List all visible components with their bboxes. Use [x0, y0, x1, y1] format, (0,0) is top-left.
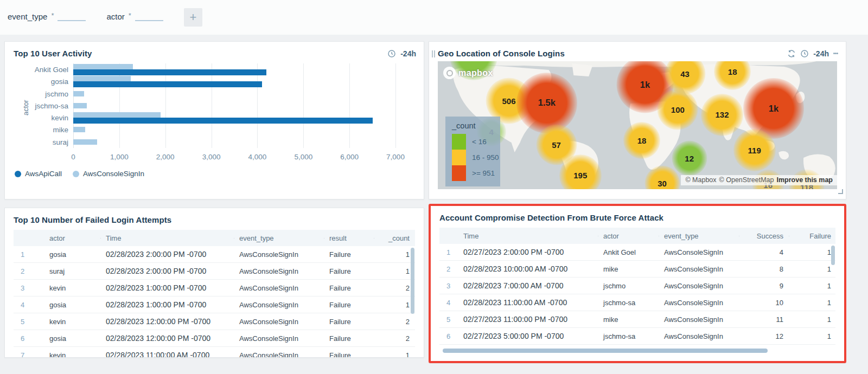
cell-result: Failure: [324, 301, 374, 309]
bar-awsconsolesignin[interactable]: [73, 64, 133, 69]
map-legend-item: 16 - 950: [452, 150, 494, 165]
required-asterisk: *: [129, 11, 131, 20]
cell-success: 9: [739, 282, 789, 290]
table-row[interactable]: 1gosia02/28/2023 2:00:00 PM -0700AwsCons…: [14, 246, 415, 263]
mapbox-logo-text: mapbox: [458, 68, 493, 78]
map-cluster-bubble[interactable]: 12: [672, 140, 707, 176]
column-header-result[interactable]: result: [324, 234, 374, 242]
map-cluster-bubble[interactable]: 100: [658, 89, 698, 130]
column-header-time[interactable]: Time: [458, 232, 598, 240]
brute-force-table: Time actor event_type Success Failure 10…: [439, 228, 835, 345]
bar-awsconsolesignin[interactable]: [73, 103, 87, 108]
clock-icon[interactable]: [387, 49, 396, 58]
column-header-event-type[interactable]: event_type: [659, 232, 739, 240]
filter-actor-input[interactable]: [135, 11, 163, 21]
legend-item[interactable]: AwsConsoleSignIn: [73, 170, 144, 178]
bar-awsapicall[interactable]: [73, 81, 262, 87]
geo-map[interactable]: mapbox _count < 1616 - 950>= 951 © Mapbo…: [438, 61, 837, 189]
improve-map-link[interactable]: Improve this map: [777, 176, 833, 184]
panel-controls: -24h: [387, 49, 416, 58]
map-attribution: © Mapbox © OpenStreetMap Improve this ma…: [681, 175, 837, 185]
cluster-count-label: 57: [552, 140, 561, 150]
vertical-scrollbar[interactable]: [411, 248, 414, 314]
legend-dot-icon: [15, 171, 21, 177]
horizontal-scrollbar[interactable]: [443, 349, 768, 353]
y-axis-title: actor: [22, 100, 30, 115]
cluster-count-label: 30: [658, 178, 667, 188]
clock-icon[interactable]: [800, 49, 809, 58]
column-header-event-type[interactable]: event_type: [234, 234, 324, 242]
cell-time: 02/27/2023 2:00:00 PM -0700: [458, 248, 598, 256]
table-row[interactable]: 302/28/2023 7:00:00 AM -0700jschmoAwsCon…: [439, 278, 835, 294]
row-number: 1: [14, 250, 44, 259]
map-legend: _count < 1616 - 950>= 951: [445, 117, 500, 186]
column-header-failure[interactable]: Failure: [789, 232, 837, 240]
time-range-label[interactable]: -24h: [813, 49, 829, 58]
table-row[interactable]: 102/27/2023 2:00:00 PM -0700Ankit GoelAw…: [439, 244, 835, 261]
table-row[interactable]: 2suraj02/28/2023 2:00:00 PM -0700AwsCons…: [14, 263, 415, 280]
cell-success: 11: [739, 315, 789, 324]
time-range-label[interactable]: -24h: [400, 49, 416, 58]
kebab-menu-icon[interactable]: [833, 51, 838, 55]
cell-event-type: AwsConsoleSignIn: [234, 334, 324, 343]
bar-awsapicall[interactable]: [73, 69, 266, 75]
column-header-time[interactable]: Time: [100, 234, 234, 242]
mapbox-logo[interactable]: mapbox: [443, 67, 493, 79]
x-axis-tick: 2,000: [156, 153, 175, 161]
column-header-count[interactable]: _count: [374, 234, 415, 242]
category-label: mike: [53, 126, 68, 134]
row-number: 5: [439, 315, 458, 324]
mapbox-attribution-link[interactable]: © Mapbox: [685, 176, 716, 184]
bar-group: gosia: [73, 75, 395, 87]
bar-awsconsolesignin[interactable]: [73, 91, 84, 96]
cluster-count-label: 1k: [769, 104, 778, 114]
cell-actor: Ankit Goel: [598, 248, 659, 256]
cell-failure: 1: [789, 282, 837, 290]
cell-actor: jschmo-sa: [598, 299, 659, 307]
column-header-actor[interactable]: actor: [598, 232, 659, 240]
add-filter-button[interactable]: +: [184, 8, 202, 27]
table-row[interactable]: 5kevin02/28/2023 12:00:00 PM -0700AwsCon…: [14, 313, 415, 330]
bar-awsconsolesignin[interactable]: [73, 139, 97, 145]
table-row[interactable]: 7kevin02/28/2023 11:00:00 AM -0700AwsCon…: [14, 347, 415, 358]
table-row[interactable]: 602/27/2023 5:00:00 PM -0700jschmo-saAws…: [439, 328, 835, 345]
map-cluster-bubble[interactable]: 1.5k: [516, 73, 577, 133]
cell-actor: gosia: [44, 334, 100, 343]
resize-handle-icon[interactable]: [838, 189, 843, 194]
category-label: jschmo: [45, 89, 68, 98]
table-row[interactable]: 6gosia02/28/2023 12:00:00 PM -0700AwsCon…: [14, 330, 415, 347]
bar-awsconsolesignin[interactable]: [73, 112, 161, 118]
refresh-icon[interactable]: [787, 49, 796, 58]
column-header-success[interactable]: Success: [739, 232, 789, 240]
cell-time: 02/27/2023 11:00:00 PM -0700: [458, 315, 598, 324]
bar-awsconsolesignin[interactable]: [73, 127, 85, 132]
cell-event-type: AwsConsoleSignIn: [234, 318, 324, 326]
openstreetmap-attribution-link[interactable]: © OpenStreetMap: [719, 176, 774, 184]
cell-time: 02/28/2023 11:00:00 AM -0700: [100, 351, 234, 358]
drag-handle-icon[interactable]: [432, 50, 435, 57]
map-cluster-bubble[interactable]: 18: [623, 122, 660, 159]
row-number: 4: [439, 299, 458, 307]
legend-item[interactable]: AwsApiCall: [15, 170, 62, 178]
row-number: 3: [439, 282, 458, 290]
map-legend-item: < 16: [452, 134, 494, 150]
map-cluster-bubble[interactable]: 132: [701, 94, 743, 136]
cell-actor: gosia: [44, 250, 100, 259]
column-header-actor[interactable]: actor: [44, 234, 100, 242]
dashboard-grid: Top 10 User Activity -24h actor Ankit Go…: [0, 35, 868, 363]
table-row[interactable]: 402/28/2023 11:00:00 AM -0700jschmo-saAw…: [439, 294, 835, 311]
table-row[interactable]: 202/28/2023 10:00:00 AM -0700mikeAwsCons…: [439, 261, 835, 278]
filter-event-type-input[interactable]: [58, 11, 86, 21]
table-row[interactable]: 502/27/2023 11:00:00 PM -0700mikeAwsCons…: [439, 311, 835, 328]
cell-failure: 1: [789, 265, 837, 273]
table-row[interactable]: 4gosia02/28/2023 1:00:00 PM -0700AwsCons…: [14, 296, 415, 313]
bar-awsapicall[interactable]: [73, 118, 373, 124]
bar-awsconsolesignin[interactable]: [73, 76, 131, 81]
x-axis-tick: 6,000: [340, 153, 359, 161]
category-label: gosia: [51, 78, 68, 86]
map-cluster-bubble[interactable]: 119: [733, 129, 776, 171]
table-row[interactable]: 3kevin02/28/2023 1:00:00 PM -0700AwsCons…: [14, 280, 415, 296]
user-activity-xticks: 01,0002,0003,0004,0005,0006,0007,000: [73, 152, 395, 163]
vertical-scrollbar[interactable]: [831, 246, 835, 265]
horizontal-scrollbar-track: [439, 349, 835, 353]
